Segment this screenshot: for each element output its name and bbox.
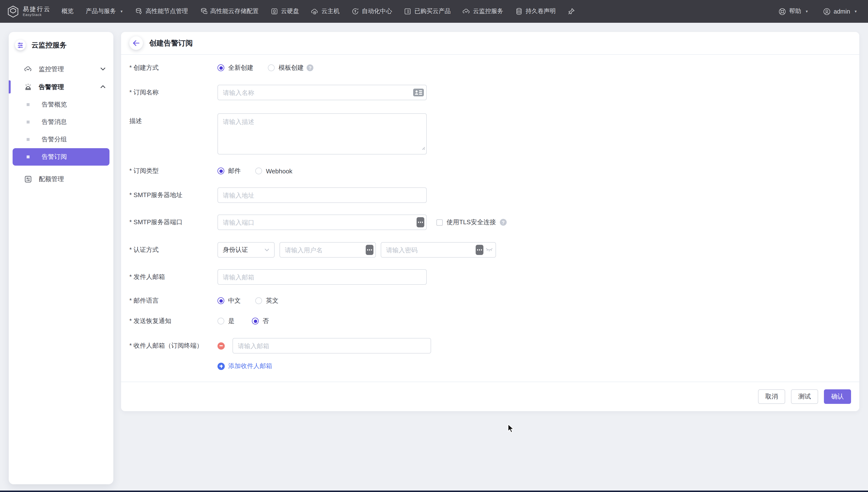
nav-cloud-disk[interactable]: 云硬盘 — [271, 7, 299, 16]
sidebar-item-alarm-management[interactable]: 告警管理 — [9, 78, 113, 96]
radio-checked-icon — [217, 168, 224, 174]
nav-cloud-monitor-service[interactable]: 云监控服务 — [463, 7, 503, 16]
volume-icon — [515, 8, 523, 15]
description-textarea[interactable] — [217, 113, 427, 154]
radio-lang-english[interactable]: 英文 — [255, 296, 279, 305]
sidebar-item-quota-management[interactable]: 配额管理 — [9, 170, 113, 188]
field-label-subscription-type: * 订阅类型 — [129, 167, 217, 175]
storage-icon — [200, 8, 207, 15]
radio-recovery-yes[interactable]: 是 — [217, 317, 235, 325]
create-subscription-form: * 创建方式 全新创建 模板创建 ? * 订阅名称 — [129, 54, 851, 371]
radio-unchecked-icon — [217, 318, 224, 324]
node-icon — [136, 8, 143, 15]
nav-purchased-products[interactable]: 已购买云产品 — [404, 7, 451, 16]
nav-cloud-host[interactable]: 云主机 — [311, 7, 340, 16]
nav-hp-storage-config[interactable]: 高性能云存储配置 — [200, 7, 259, 16]
nav-products-services[interactable]: 产品与服务 ▼ — [86, 7, 123, 16]
radio-unchecked-icon — [268, 65, 275, 71]
field-label-smtp-port: * SMTP服务器端口 — [129, 218, 217, 227]
field-label-recipient-email: * 收件人邮箱（订阅终端） — [129, 341, 217, 350]
smtp-username-input[interactable] — [280, 242, 376, 257]
main-panel: 创建告警订阅 * 创建方式 全新创建 模板创建 ? — [121, 32, 859, 411]
nav-overview[interactable]: 概览 — [62, 7, 74, 16]
bullet-icon — [27, 103, 29, 106]
pin-button[interactable] — [568, 8, 575, 15]
arrow-left-icon — [133, 40, 140, 46]
topbar-right: 帮助 ▼ admin ▼ — [778, 7, 868, 16]
remove-recipient-button[interactable] — [217, 342, 225, 349]
radio-unchecked-icon — [255, 297, 262, 304]
sidebar-item-alarm-messages[interactable]: 告警消息 — [13, 113, 110, 131]
radio-create-from-template[interactable]: 模板创建 — [268, 64, 304, 72]
menu-icon — [18, 42, 23, 48]
caret-down-icon: ▼ — [805, 10, 809, 13]
tls-checkbox[interactable] — [436, 219, 443, 225]
brand-logo[interactable]: 易捷行云 EasyStack — [0, 5, 62, 18]
alarm-icon — [24, 83, 32, 91]
active-group-indicator — [9, 80, 11, 94]
chevron-down-icon — [264, 248, 269, 251]
password-manager-dots-icon[interactable] — [366, 245, 373, 255]
sidebar-menu: 监控管理 告警管理 告警概览 — [9, 53, 113, 188]
sidebar-item-alarm-overview[interactable]: 告警概览 — [13, 96, 110, 113]
user-menu[interactable]: admin ▼ — [823, 7, 857, 15]
smtp-address-input[interactable] — [217, 188, 427, 203]
password-manager-dots-icon[interactable] — [476, 245, 483, 255]
radio-checked-icon — [217, 65, 224, 71]
field-label-email-language: * 邮件语言 — [129, 296, 217, 305]
help-icon[interactable]: ? — [307, 65, 313, 71]
plus-circle-icon — [217, 363, 225, 370]
brand-name-zh: 易捷行云 — [23, 6, 51, 12]
test-button[interactable]: 测试 — [791, 389, 818, 404]
host-icon — [311, 8, 318, 15]
bullet-icon — [27, 121, 29, 123]
cloud-chart-icon — [24, 65, 32, 73]
smtp-port-input[interactable] — [217, 215, 427, 230]
sidebar-collapse-button[interactable] — [15, 40, 26, 50]
subscription-name-input[interactable] — [217, 85, 427, 100]
field-label-create-mode: * 创建方式 — [129, 64, 217, 72]
nav-persistent-volume-claim[interactable]: 持久卷声明 — [515, 7, 556, 16]
monitor-icon — [463, 8, 470, 15]
radio-checked-icon — [252, 318, 259, 324]
easystack-logo-icon — [7, 5, 19, 18]
radio-create-new[interactable]: 全新创建 — [217, 64, 253, 72]
field-label-sender-email: * 发件人邮箱 — [129, 273, 217, 281]
top-navigation-bar: 易捷行云 EasyStack 概览 产品与服务 ▼ 高性能节点管理 — [0, 0, 868, 23]
brand-name-en: EasyStack — [23, 13, 51, 17]
sender-email-input[interactable] — [217, 269, 427, 285]
sidebar-title: 云监控服务 — [31, 41, 67, 50]
back-button[interactable] — [129, 36, 143, 50]
tls-checkbox-label: 使用TLS安全连接 — [447, 218, 496, 227]
bullet-icon — [27, 138, 29, 141]
cancel-button[interactable]: 取消 — [758, 389, 785, 404]
field-label-auth-method: * 认证方式 — [129, 246, 217, 254]
auth-method-select[interactable]: 身份认证 — [217, 242, 275, 257]
sidebar-item-alarm-subscription[interactable]: 告警订阅 — [13, 148, 110, 166]
help-icon[interactable]: ? — [500, 219, 507, 226]
radio-type-email[interactable]: 邮件 — [217, 167, 241, 175]
radio-type-webhook[interactable]: Webhook — [255, 167, 292, 175]
recipient-email-input[interactable] — [233, 338, 431, 353]
radio-unchecked-icon — [255, 168, 262, 174]
disk-icon — [271, 8, 278, 15]
add-recipient-link[interactable]: 添加收件人邮箱 — [217, 362, 272, 370]
radio-lang-chinese[interactable]: 中文 — [217, 296, 241, 305]
quota-icon — [24, 175, 32, 183]
chevron-down-icon — [100, 67, 105, 71]
sidebar-item-alarm-groups[interactable]: 告警分组 — [13, 131, 110, 148]
field-label-subscription-name: * 订阅名称 — [129, 88, 217, 97]
confirm-button[interactable]: 确认 — [824, 389, 851, 404]
radio-recovery-no[interactable]: 否 — [252, 317, 269, 325]
field-label-recovery-notice: * 发送恢复通知 — [129, 317, 217, 325]
nav-hp-node-management[interactable]: 高性能节点管理 — [136, 7, 188, 16]
nav-automation-center[interactable]: 自动化中心 — [352, 7, 392, 16]
autofill-contact-card-icon[interactable] — [413, 89, 424, 96]
eye-closed-icon[interactable] — [485, 248, 493, 252]
page-title: 创建告警订阅 — [149, 39, 193, 48]
password-manager-dots-icon[interactable] — [416, 217, 424, 227]
help-menu[interactable]: 帮助 ▼ — [778, 7, 809, 16]
chevron-up-icon — [100, 85, 105, 89]
sidebar-item-monitor-management[interactable]: 监控管理 — [9, 60, 113, 78]
form-footer: 取消 测试 确认 — [121, 382, 859, 411]
